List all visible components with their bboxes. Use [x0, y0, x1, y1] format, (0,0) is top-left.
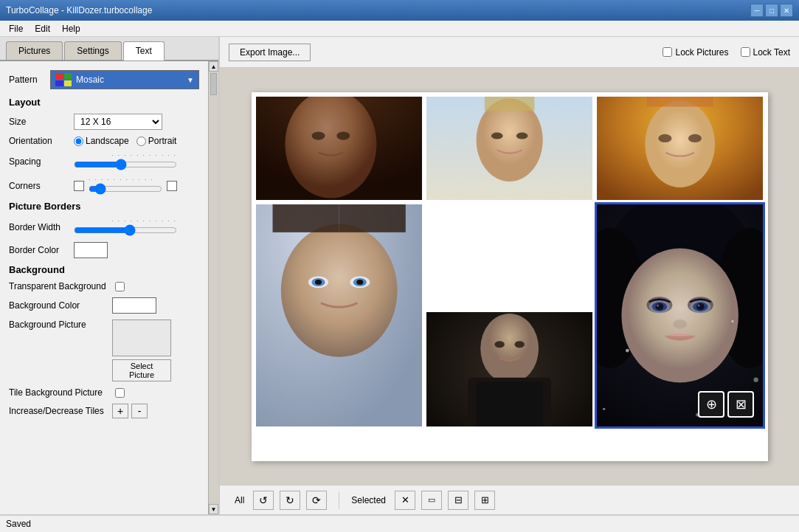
- export-button[interactable]: Export Image...: [229, 44, 311, 61]
- photo-move-button[interactable]: ⊕: [698, 391, 724, 418]
- photo-overlay-5: [426, 312, 592, 426]
- svg-point-12: [659, 134, 672, 142]
- status-text: Saved: [6, 519, 31, 529]
- photo-cell-4[interactable]: [256, 204, 422, 426]
- window-title: TurboCollage - KillDozer.turbocollage: [6, 5, 152, 15]
- svg-point-48: [732, 319, 734, 322]
- photo-cell-3[interactable]: [597, 97, 763, 200]
- transparent-checkbox-label[interactable]: Transparent Background: [9, 281, 125, 291]
- portrait-option[interactable]: Portrait: [136, 136, 177, 146]
- tab-bar: Pictures Settings Text: [0, 37, 218, 61]
- close-button[interactable]: ✕: [780, 4, 793, 17]
- tab-settings[interactable]: Settings: [64, 41, 121, 60]
- inc-dec-row: Increase/Decrease Tiles + -: [9, 404, 199, 418]
- border-color-label: Border Color: [9, 245, 74, 255]
- size-label: Size: [9, 117, 74, 127]
- lock-pictures-checkbox[interactable]: [663, 47, 672, 57]
- corners-label: Corners: [9, 181, 74, 191]
- borders-title: Picture Borders: [9, 201, 199, 212]
- photo-cell-6[interactable]: ⊕ ⊠: [597, 204, 763, 426]
- svg-point-7: [491, 132, 503, 139]
- menu-edit[interactable]: Edit: [29, 22, 56, 35]
- bg-color-swatch[interactable]: [112, 297, 156, 314]
- rotate-ccw-button[interactable]: ↺: [253, 491, 274, 510]
- bg-picture-row: Background Picture Select Picture: [9, 319, 199, 381]
- border-color-swatch[interactable]: [74, 242, 108, 258]
- lock-pictures-label[interactable]: Lock Pictures: [663, 47, 728, 58]
- corner-square-right[interactable]: [167, 181, 177, 191]
- tab-text[interactable]: Text: [123, 41, 165, 61]
- pattern-dropdown[interactable]: Mosaic ▼: [50, 70, 199, 89]
- transparent-checkbox[interactable]: [115, 282, 125, 291]
- photo-cell-5[interactable]: [426, 312, 592, 426]
- landscape-option[interactable]: Landscape: [74, 136, 129, 146]
- svg-rect-30: [476, 381, 542, 426]
- photo-cell-1[interactable]: [256, 97, 422, 200]
- tab-pictures[interactable]: Pictures: [6, 41, 63, 60]
- pattern-dropdown-arrow: ▼: [187, 76, 194, 84]
- size-select[interactable]: 8 X 10 10 X 12 12 X 16 16 X 20: [74, 114, 162, 130]
- tile-controls: + -: [112, 404, 148, 418]
- corner-square-left[interactable]: [74, 181, 84, 191]
- layout-title: Layout: [9, 97, 199, 108]
- collage-canvas: ⊕ ⊠: [252, 92, 768, 461]
- panel-scrollbar: ▲ ▼: [208, 61, 218, 514]
- menu-help[interactable]: Help: [56, 22, 86, 35]
- svg-point-11: [646, 100, 716, 187]
- lock-group: Lock Pictures Lock Text: [663, 47, 790, 58]
- border-width-label: Border Width: [9, 222, 74, 232]
- bg-color-row: Background Color: [9, 297, 199, 314]
- remove-button[interactable]: ✕: [395, 491, 415, 510]
- photo-overlay-4: [256, 204, 422, 426]
- stretch-h-button[interactable]: ⊟: [448, 491, 468, 510]
- spacing-slider[interactable]: [74, 159, 177, 170]
- photo-cell-2[interactable]: [426, 97, 592, 200]
- scroll-thumb[interactable]: [210, 73, 217, 95]
- spacing-row: Spacing · · · · · · · · · · ·: [9, 152, 199, 170]
- menu-file[interactable]: File: [3, 22, 29, 35]
- main-layout: Pictures Settings Text Pattern: [0, 37, 799, 514]
- svg-rect-4: [256, 97, 422, 200]
- tile-bg-checkbox[interactable]: [115, 388, 125, 398]
- transparent-row: Transparent Background: [9, 281, 199, 291]
- bg-picture-area: Select Picture: [112, 319, 171, 381]
- border-width-slider[interactable]: [74, 224, 177, 236]
- orientation-row: Orientation Landscape Portrait: [9, 136, 199, 146]
- tile-bg-checkbox-label[interactable]: Tile Background Picture: [9, 387, 125, 398]
- scroll-track[interactable]: [209, 72, 218, 504]
- svg-point-44: [673, 319, 687, 329]
- scroll-down-arrow[interactable]: ▼: [209, 504, 218, 514]
- background-title: Background: [9, 264, 199, 275]
- pattern-label: Pattern: [9, 75, 50, 85]
- minimize-button[interactable]: ─: [750, 4, 764, 17]
- fit-button[interactable]: ▭: [421, 491, 442, 510]
- landscape-radio[interactable]: [74, 137, 83, 146]
- photo-overlay-1: [256, 97, 422, 200]
- rotate-cw-button[interactable]: ↻: [280, 491, 300, 510]
- bg-color-label: Background Color: [9, 300, 112, 311]
- tile-bg-row: Tile Background Picture: [9, 387, 199, 398]
- lock-text-label[interactable]: Lock Text: [741, 47, 790, 58]
- corners-slider[interactable]: [89, 183, 162, 195]
- svg-point-49: [754, 377, 758, 381]
- pattern-row: Pattern Mosaic ▼: [9, 70, 199, 89]
- svg-rect-14: [647, 97, 713, 107]
- mosaic-cell-green: [64, 73, 72, 80]
- photo-zoom-button[interactable]: ⊠: [727, 391, 754, 418]
- lock-pictures-text: Lock Pictures: [675, 47, 728, 58]
- select-picture-button[interactable]: Select Picture: [112, 359, 171, 381]
- flip-button[interactable]: ⟳: [306, 491, 327, 510]
- photo-overlay-2: [426, 97, 592, 200]
- decrease-tiles-button[interactable]: -: [131, 404, 148, 418]
- svg-point-22: [356, 280, 363, 285]
- increase-tiles-button[interactable]: +: [112, 404, 128, 418]
- maximize-button[interactable]: □: [765, 4, 778, 17]
- scroll-up-arrow[interactable]: ▲: [209, 61, 218, 72]
- right-panel: Export Image... Lock Pictures Lock Text: [220, 37, 799, 514]
- all-label: All: [235, 495, 244, 505]
- lock-text-checkbox[interactable]: [741, 47, 750, 57]
- stretch-v-button[interactable]: ⊞: [474, 491, 495, 510]
- svg-point-47: [626, 348, 629, 352]
- portrait-radio[interactable]: [136, 137, 146, 146]
- svg-point-13: [688, 134, 702, 142]
